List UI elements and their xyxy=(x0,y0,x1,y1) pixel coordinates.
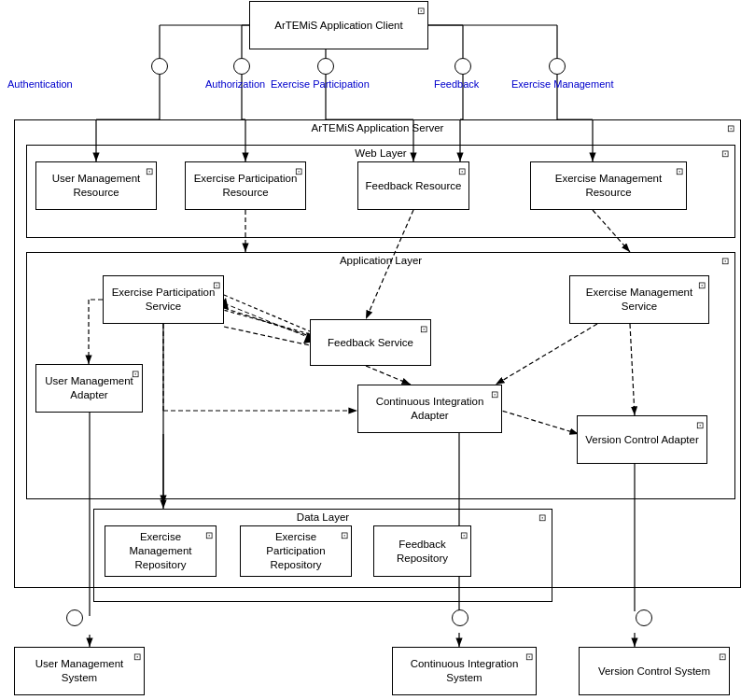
ci-adapter-box: Continuous Integration Adapter ⊡ xyxy=(357,385,502,433)
vc-system-label: Version Control System xyxy=(598,665,710,679)
authz-circle xyxy=(233,58,250,75)
user-mgmt-adapter-box: User Management Adapter ⊡ xyxy=(35,364,143,413)
ex-part-service-box: Exercise Participation Service ⊡ xyxy=(103,275,224,324)
ex-part-circle xyxy=(317,58,334,75)
data-layer-label: Data Layer xyxy=(297,511,349,523)
vca-icon: ⊡ xyxy=(696,419,704,431)
server-label: ArTEMiS Application Server xyxy=(312,122,444,133)
user-mgmt-resource-label: User Management Resource xyxy=(40,172,152,200)
ex-part-resource-label: Exercise Participation Resource xyxy=(189,172,301,200)
fs-icon: ⊡ xyxy=(420,323,427,335)
ex-mgmt-repo-box: Exercise Management Repository ⊡ xyxy=(105,525,217,577)
ex-mgmt-circle xyxy=(549,58,566,75)
ums-icon: ⊡ xyxy=(133,651,141,663)
artemis-client-label: ArTEMiS Application Client xyxy=(274,19,402,33)
ems-icon: ⊡ xyxy=(698,279,706,291)
cis-icon: ⊡ xyxy=(525,651,533,663)
ex-mgmt-service-box: Exercise Management Service ⊡ xyxy=(569,275,709,324)
feedback-repo-label: Feedback Repository xyxy=(378,538,467,566)
feedback-resource-box: Feedback Resource ⊡ xyxy=(357,161,469,210)
ex-part-resource-box: Exercise Participation Resource ⊡ xyxy=(185,161,306,210)
ex-part-service-label: Exercise Participation Service xyxy=(107,286,219,314)
web-layer-label: Web Layer xyxy=(355,147,406,159)
app-layer-icon: ⊡ xyxy=(721,256,729,266)
eprep-icon: ⊡ xyxy=(341,529,348,541)
user-mgmt-sys-circle xyxy=(66,609,83,626)
app-layer-label: Application Layer xyxy=(340,255,422,266)
frep-icon: ⊡ xyxy=(460,529,468,541)
vc-system-box: Version Control System ⊡ xyxy=(579,647,730,695)
feedback-repo-box: Feedback Repository ⊡ xyxy=(373,525,471,577)
umr-icon: ⊡ xyxy=(146,165,153,177)
ci-system-label: Continuous Integration System xyxy=(397,657,532,685)
epr-icon: ⊡ xyxy=(295,165,302,177)
ex-mgmt-service-label: Exercise Management Service xyxy=(574,286,705,314)
ci-adapter-label: Continuous Integration Adapter xyxy=(362,395,497,423)
user-mgmt-system-box: User Management System ⊡ xyxy=(14,647,145,695)
cia-icon: ⊡ xyxy=(491,388,498,400)
ex-part-repo-box: Exercise Participation Repository ⊡ xyxy=(240,525,352,577)
component-icon: ⊡ xyxy=(417,5,425,17)
ci-sys-circle xyxy=(452,609,468,626)
authz-label: Authorization xyxy=(205,78,265,90)
fr-icon: ⊡ xyxy=(458,165,466,177)
vc-sys-circle xyxy=(636,609,652,626)
ex-mgmt-repo-label: Exercise Management Repository xyxy=(109,530,212,572)
architecture-diagram: ArTEMiS Application Client ⊡ Authenticat… xyxy=(0,0,755,700)
feedback-service-label: Feedback Service xyxy=(328,336,413,350)
vc-adapter-box: Version Control Adapter ⊡ xyxy=(577,415,707,464)
ex-mgmt-resource-box: Exercise Management Resource ⊡ xyxy=(530,161,687,210)
eps-icon: ⊡ xyxy=(213,279,220,291)
vc-adapter-label: Version Control Adapter xyxy=(585,433,698,447)
ex-part-repo-label: Exercise Participation Repository xyxy=(245,530,347,572)
data-layer-icon: ⊡ xyxy=(538,512,546,523)
auth-circle xyxy=(151,58,168,75)
ex-mgmt-label: Exercise Management xyxy=(511,78,613,90)
feedback-label: Feedback xyxy=(434,78,479,90)
web-layer-icon: ⊡ xyxy=(721,148,729,159)
ex-part-label: Exercise Participation xyxy=(271,78,370,90)
feedback-circle xyxy=(454,58,471,75)
user-mgmt-system-label: User Management System xyxy=(19,657,140,685)
ex-mgmt-resource-label: Exercise Management Resource xyxy=(535,172,682,200)
auth-label: Authentication xyxy=(7,78,73,90)
user-mgmt-resource-box: User Management Resource ⊡ xyxy=(35,161,157,210)
feedback-resource-label: Feedback Resource xyxy=(366,179,462,193)
emr-icon: ⊡ xyxy=(676,165,683,177)
emrep-icon: ⊡ xyxy=(205,529,213,541)
server-component-icon: ⊡ xyxy=(727,123,734,133)
user-mgmt-adapter-label: User Management Adapter xyxy=(40,374,138,402)
feedback-service-box: Feedback Service ⊡ xyxy=(310,319,431,366)
vcs-icon: ⊡ xyxy=(719,651,726,663)
artemis-client-box: ArTEMiS Application Client ⊡ xyxy=(249,1,428,49)
uma-icon: ⊡ xyxy=(132,368,139,380)
ci-system-box: Continuous Integration System ⊡ xyxy=(392,647,537,695)
